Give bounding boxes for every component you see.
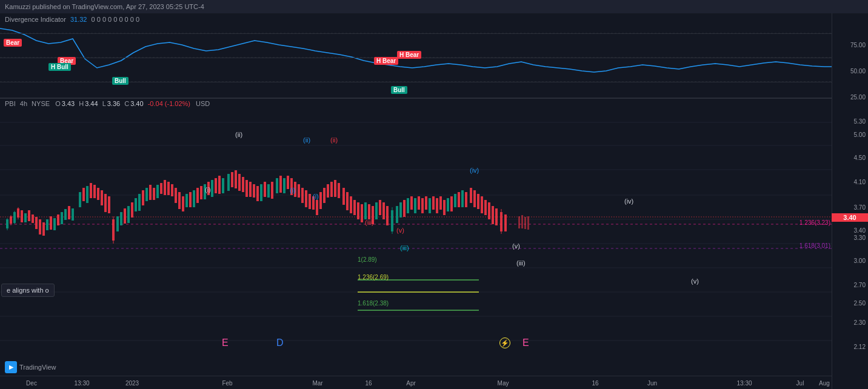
svg-rect-68 [171, 184, 173, 196]
svg-rect-34 [46, 219, 48, 230]
current-price-badge: 3.40 [832, 213, 868, 222]
svg-rect-33 [42, 222, 45, 236]
wave-i-1: (i) [205, 186, 211, 193]
y-tick-530: 5.30 [854, 118, 866, 125]
wave-iii-3: (iii) [516, 259, 526, 267]
x-tick-may: May [498, 380, 509, 387]
svg-rect-27 [21, 210, 23, 222]
bull-badge-2: Bull [391, 86, 407, 94]
svg-rect-56 [127, 206, 130, 223]
svg-rect-54 [120, 212, 122, 225]
svg-rect-82 [222, 178, 224, 193]
hbear-badge-2: H Bear [397, 51, 421, 59]
wave-v-1: (v) [396, 227, 404, 234]
svg-rect-105 [309, 194, 311, 209]
svg-rect-133 [410, 196, 413, 210]
svg-rect-156 [495, 208, 498, 225]
svg-rect-30 [32, 214, 34, 223]
svg-rect-102 [298, 184, 300, 198]
wave-ii-1: (ii) [235, 131, 242, 138]
wave-v-2: (v) [512, 242, 520, 250]
svg-rect-137 [425, 196, 427, 210]
svg-rect-123 [375, 202, 378, 219]
svg-rect-36 [53, 218, 56, 230]
svg-rect-146 [458, 192, 460, 207]
svg-rect-69 [175, 188, 177, 203]
svg-rect-70 [178, 192, 181, 209]
svg-rect-150 [473, 190, 476, 207]
svg-rect-145 [454, 194, 456, 207]
price-line-1236: 1.236(3.23) [800, 219, 830, 226]
svg-rect-38 [61, 212, 63, 224]
bear-badge-1: Bear [4, 39, 22, 47]
svg-rect-110 [327, 184, 329, 198]
svg-rect-98 [283, 178, 285, 193]
y-tick-250: 2.50 [854, 300, 866, 307]
svg-rect-136 [421, 198, 424, 213]
svg-rect-132 [407, 198, 409, 213]
svg-rect-119 [361, 204, 363, 222]
svg-rect-85 [235, 170, 237, 188]
x-tick-dec: Dec [26, 380, 37, 387]
svg-rect-75 [196, 188, 199, 203]
svg-rect-148 [465, 192, 467, 207]
wave-iii-1: (iii) [365, 219, 374, 226]
svg-rect-55 [124, 208, 126, 224]
svg-rect-152 [481, 196, 483, 213]
svg-rect-130 [399, 202, 402, 218]
wave-ii-3: (ii) [330, 136, 338, 144]
svg-rect-86 [238, 174, 241, 191]
svg-rect-71 [182, 196, 184, 211]
svg-rect-138 [429, 198, 431, 213]
svg-rect-104 [305, 190, 307, 207]
svg-rect-139 [432, 196, 435, 210]
header-title: Kamuzzi published on TradingView.com, Ap… [5, 3, 204, 10]
svg-rect-151 [477, 194, 479, 209]
x-tick-feb: Feb [222, 380, 232, 387]
svg-rect-92 [260, 184, 262, 201]
svg-rect-120 [364, 202, 367, 219]
e-badge-1: E [222, 337, 229, 348]
svg-rect-163 [527, 216, 529, 230]
svg-rect-40 [68, 206, 70, 219]
x-tick-1330-1: 13:30 [74, 380, 89, 387]
y-tick-270: 2.70 [854, 282, 866, 288]
x-axis: Dec 13:30 2023 Feb Mar 16 Apr May 16 Jun… [0, 376, 832, 389]
svg-rect-94 [267, 184, 270, 198]
svg-rect-37 [57, 214, 59, 225]
header-bar: Kamuzzi published on TradingView.com, Ap… [0, 0, 868, 13]
svg-rect-48 [101, 190, 103, 205]
svg-rect-83 [227, 174, 230, 191]
svg-rect-59 [138, 194, 141, 211]
svg-rect-118 [357, 202, 359, 219]
svg-rect-67 [167, 182, 170, 195]
svg-rect-50 [108, 196, 110, 213]
svg-rect-96 [276, 178, 278, 193]
svg-rect-141 [439, 196, 442, 210]
svg-rect-35 [50, 216, 52, 230]
svg-rect-89 [249, 182, 252, 197]
y-tick-75: 75.00 [850, 42, 866, 48]
svg-rect-154 [488, 202, 490, 219]
svg-rect-153 [484, 200, 487, 215]
svg-rect-162 [524, 217, 526, 229]
y-tick-370: 3.70 [854, 204, 866, 211]
svg-rect-47 [97, 188, 99, 200]
svg-rect-60 [142, 190, 144, 205]
svg-rect-39 [64, 209, 67, 220]
svg-rect-107 [316, 200, 318, 215]
svg-rect-95 [271, 182, 273, 199]
svg-rect-114 [342, 188, 345, 205]
svg-rect-72 [185, 194, 188, 207]
svg-rect-115 [346, 192, 349, 210]
wave-ii-2: (ii) [303, 136, 310, 144]
svg-rect-76 [200, 186, 202, 199]
svg-rect-41 [72, 208, 74, 221]
svg-rect-121 [368, 204, 370, 219]
y-tick-340: 3.40 [854, 227, 866, 234]
svg-rect-108 [319, 192, 322, 209]
lightning-badge: ⚡ [499, 337, 510, 348]
svg-rect-63 [153, 188, 155, 200]
svg-rect-149 [470, 188, 472, 203]
indicator-panel: Divergence Indicator 31.32 0 0 0 0 0 0 0… [0, 13, 832, 98]
